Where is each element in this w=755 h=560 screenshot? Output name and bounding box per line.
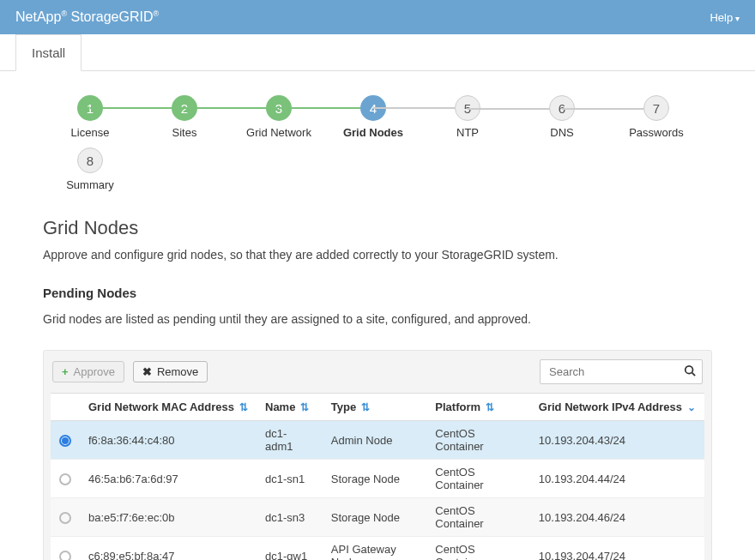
brand-text-1: NetApp — [15, 9, 61, 24]
sort-icon: ⇅ — [361, 401, 370, 413]
step-circle: 2 — [172, 95, 197, 121]
col-ipv4[interactable]: Grid Network IPv4 Address⌄ — [530, 394, 704, 421]
cell-type: Admin Node — [323, 421, 427, 460]
reg-icon: ® — [61, 9, 67, 18]
content: 1License2Sites3Grid Network4Grid Nodes5N… — [0, 71, 755, 560]
step-label: DNS — [515, 126, 609, 139]
step-circle: 3 — [266, 95, 292, 121]
step-label: Grid Nodes — [326, 126, 420, 139]
cell-mac: 46:5a:b6:7a:6d:97 — [80, 460, 257, 498]
cell-ipv4: 10.193.204.47/24 — [530, 537, 704, 561]
reg-icon: ® — [154, 9, 160, 18]
col-mac[interactable]: Grid Network MAC Address⇅ — [80, 394, 257, 421]
toolbar-left: + Approve ✖ Remove — [52, 361, 213, 382]
step-summary[interactable]: 8Summary — [43, 148, 137, 191]
brand: NetApp® StorageGRID® — [15, 9, 159, 25]
step-circle: 6 — [549, 95, 575, 121]
step-license[interactable]: 1License — [43, 95, 137, 139]
step-circle: 5 — [455, 95, 480, 121]
row-radio-cell[interactable] — [51, 498, 80, 537]
brand-text-2: StorageGRID — [70, 9, 153, 24]
row-radio-cell[interactable] — [51, 460, 80, 498]
step-label: Summary — [43, 178, 137, 191]
step-label: Passwords — [609, 126, 704, 139]
radio-icon[interactable] — [59, 473, 71, 485]
step-sites[interactable]: 2Sites — [137, 95, 232, 139]
close-icon: ✖ — [142, 365, 152, 378]
sort-icon: ⇅ — [300, 401, 309, 413]
approve-label: Approve — [74, 365, 115, 378]
tab-install[interactable]: Install — [15, 34, 82, 71]
step-circle: 1 — [77, 95, 103, 121]
col-select — [51, 394, 80, 421]
step-circle: 7 — [643, 95, 669, 121]
plus-icon: + — [62, 365, 69, 378]
step-label: Sites — [137, 126, 232, 139]
radio-icon[interactable] — [59, 435, 71, 447]
search-icon[interactable] — [684, 364, 696, 379]
cell-mac: ba:e5:f7:6e:ec:0b — [80, 498, 257, 537]
svg-line-1 — [692, 373, 696, 376]
cell-name: dc1-sn3 — [257, 498, 323, 537]
search-input[interactable] — [540, 359, 703, 384]
cell-mac: c6:89:e5:bf:8a:47 — [80, 537, 257, 561]
table-row[interactable]: c6:89:e5:bf:8a:47dc1-gw1API Gateway Node… — [51, 537, 704, 561]
pending-nodes-panel: + Approve ✖ Remove Grid Network MAC — [43, 350, 712, 560]
step-ntp[interactable]: 5NTP — [420, 95, 515, 139]
cell-name: dc1-sn1 — [257, 460, 323, 498]
pending-nodes-desc: Grid nodes are listed as pending until t… — [43, 312, 712, 326]
page-title: Grid Nodes — [43, 217, 712, 239]
row-radio-cell[interactable] — [51, 537, 80, 561]
cell-type: Storage Node — [323, 498, 427, 537]
row-radio-cell[interactable] — [51, 421, 80, 460]
radio-icon[interactable] — [59, 512, 71, 524]
pending-nodes-table: Grid Network MAC Address⇅ Name⇅ Type⇅ Pl… — [51, 393, 704, 560]
step-passwords[interactable]: 7Passwords — [609, 95, 704, 139]
approve-button[interactable]: + Approve — [52, 361, 124, 382]
cell-ipv4: 10.193.204.44/24 — [530, 460, 704, 498]
cell-platform: CentOS Container — [426, 498, 530, 537]
chevron-down-icon: ⌄ — [687, 401, 696, 413]
step-grid-nodes[interactable]: 4Grid Nodes — [326, 95, 420, 139]
page-desc: Approve and configure grid nodes, so tha… — [43, 248, 712, 262]
cell-mac: f6:8a:36:44:c4:80 — [80, 421, 257, 460]
pending-nodes-title: Pending Nodes — [43, 286, 712, 300]
table-row[interactable]: 46:5a:b6:7a:6d:97dc1-sn1Storage NodeCent… — [51, 460, 704, 498]
step-label: License — [43, 126, 137, 139]
col-name[interactable]: Name⇅ — [257, 394, 323, 421]
cell-platform: CentOS Container — [426, 460, 530, 498]
cell-type: Storage Node — [323, 460, 427, 498]
step-dns[interactable]: 6DNS — [515, 95, 609, 139]
svg-point-0 — [686, 366, 693, 374]
cell-name: dc1-gw1 — [257, 537, 323, 561]
table-row[interactable]: f6:8a:36:44:c4:80dc1-adm1Admin NodeCentO… — [51, 421, 704, 460]
wizard-steps: 1License2Sites3Grid Network4Grid Nodes5N… — [43, 95, 712, 191]
step-grid-network[interactable]: 3Grid Network — [232, 95, 326, 139]
remove-label: Remove — [157, 365, 198, 378]
cell-ipv4: 10.193.204.43/24 — [530, 421, 704, 460]
table-header-row: Grid Network MAC Address⇅ Name⇅ Type⇅ Pl… — [51, 394, 704, 421]
cell-name: dc1-adm1 — [257, 421, 323, 460]
help-menu[interactable]: Help — [710, 11, 740, 24]
cell-type: API Gateway Node — [323, 537, 427, 561]
col-ipv4-label: Grid Network IPv4 Address — [539, 400, 682, 413]
col-type[interactable]: Type⇅ — [323, 394, 427, 421]
sort-icon: ⇅ — [239, 401, 248, 413]
step-label: Grid Network — [232, 126, 326, 139]
step-circle: 4 — [360, 95, 386, 121]
cell-platform: CentOS Container — [426, 421, 530, 460]
search-wrap — [540, 359, 703, 384]
remove-button[interactable]: ✖ Remove — [133, 361, 208, 382]
sort-icon: ⇅ — [486, 401, 494, 413]
table-row[interactable]: ba:e5:f7:6e:ec:0bdc1-sn3Storage NodeCent… — [51, 498, 704, 537]
cell-ipv4: 10.193.204.46/24 — [530, 498, 704, 537]
col-platform-label: Platform — [435, 400, 480, 413]
col-name-label: Name — [265, 400, 295, 413]
toolbar: + Approve ✖ Remove — [51, 359, 704, 384]
col-mac-label: Grid Network MAC Address — [88, 400, 234, 413]
topbar: NetApp® StorageGRID® Help — [0, 0, 755, 34]
tabbar: Install — [0, 34, 755, 71]
step-circle: 8 — [77, 148, 103, 173]
col-platform[interactable]: Platform⇅ — [426, 394, 530, 421]
radio-icon[interactable] — [59, 551, 71, 560]
